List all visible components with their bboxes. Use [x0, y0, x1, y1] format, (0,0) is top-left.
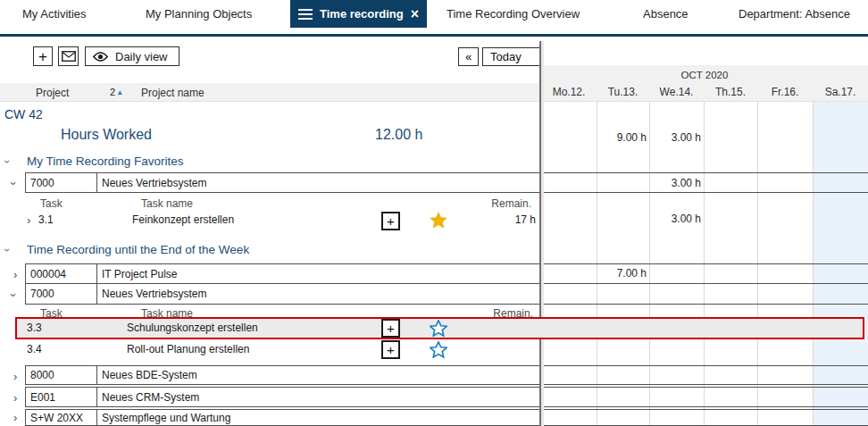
project-id: 7000 [26, 173, 97, 192]
tab-bar-underline [0, 34, 868, 37]
chevron-right-icon[interactable]: › [13, 412, 17, 423]
project-name: Systempflege und Wartung [97, 410, 540, 425]
project-name: Neues Vertriebsystem [97, 173, 540, 192]
sort-order-number: 2 [110, 87, 115, 97]
favorite-star-outline-icon[interactable] [430, 341, 447, 358]
chevron-down-icon[interactable]: › [2, 248, 13, 252]
mail-icon [62, 51, 76, 62]
tab-time-recording[interactable]: Time recording × [290, 0, 427, 28]
add-time-entry-button[interactable]: + [381, 319, 400, 338]
project-row-000004[interactable]: 000004 IT Project Pulse [25, 263, 541, 284]
day-header-sa: Sa.17. [813, 86, 868, 98]
grid-row-favorites-7000 [541, 172, 868, 193]
task-id[interactable]: 3.4 [27, 343, 42, 355]
menu-icon[interactable] [298, 9, 313, 20]
task-remaining-hours: 17 h [482, 213, 536, 226]
chevron-right-icon[interactable]: › [27, 214, 30, 226]
task-name[interactable]: Roll-out Planung erstellen [127, 343, 249, 355]
project-name: Neues Vertriebsystem [97, 284, 540, 304]
chevron-right-icon[interactable]: › [13, 392, 17, 404]
add-time-entry-button[interactable]: + [381, 340, 400, 359]
tab-time-recording-overview[interactable]: Time Recording Overview [447, 7, 580, 21]
sort-indicator[interactable]: 2 ▲ [110, 87, 123, 97]
project-row-sw20xx[interactable]: S+W 20XX Systempflege und Wartung [25, 409, 541, 426]
project-id: E001 [26, 388, 97, 406]
column-header-project: Project [36, 87, 69, 99]
panel-splitter-shadow [541, 41, 544, 426]
project-id: S+W 20XX [26, 410, 97, 425]
project-name: Neues BDE-System [97, 366, 540, 384]
tab-my-planning-objects[interactable]: My Planning Objects [146, 7, 252, 21]
project-hours-tu[interactable]: 7.00 h [596, 267, 647, 280]
column-header-project-name: Project name [141, 87, 204, 99]
day-header-mo: Mo.12. [541, 86, 597, 98]
grid-row-000004 [541, 263, 868, 284]
remaining-column-header: Remain. [447, 197, 531, 210]
favorite-star-filled-icon[interactable] [430, 212, 447, 229]
task-name[interactable]: Feinkonzept erstellen [132, 213, 234, 226]
grid-row-sw20xx [541, 409, 868, 426]
task-id[interactable]: 3.1 [38, 213, 54, 226]
today-button[interactable]: Today [482, 47, 541, 66]
day-header-th: Th.15. [704, 86, 757, 98]
grid-row-7000 [541, 283, 868, 305]
project-row-8000[interactable]: 8000 Neues BDE-System [25, 365, 541, 385]
project-name: IT Project Pulse [97, 264, 540, 283]
day-header-we: We.14. [649, 86, 704, 98]
add-time-entry-button[interactable]: + [381, 212, 400, 230]
project-row-favorites-7000[interactable]: 7000 Neues Vertriebsystem [25, 172, 541, 193]
grid-row-e001 [541, 387, 868, 407]
sort-ascending-icon: ▲ [116, 88, 123, 96]
hours-worked-total: 12.00 h [375, 127, 422, 143]
favorite-star-outline-icon[interactable] [430, 320, 447, 337]
previous-period-button[interactable]: « [458, 47, 479, 66]
tab-my-activities[interactable]: My Activities [22, 7, 87, 21]
project-row-7000[interactable]: 7000 Neues Vertriebsystem [25, 283, 541, 305]
close-icon[interactable]: × [405, 7, 419, 21]
project-id: 000004 [26, 264, 97, 283]
mail-button[interactable] [58, 46, 79, 66]
hours-worked-we: 3.00 h [650, 131, 701, 144]
tab-absence[interactable]: Absence [643, 7, 689, 21]
project-name: Neues CRM-System [97, 388, 540, 406]
day-header-tu: Tu.13. [597, 86, 649, 98]
task-name[interactable]: Schulungskonzept erstellen [127, 322, 258, 334]
section-title-favorites: My Time Recording Favorites [27, 155, 184, 168]
chevron-right-icon[interactable]: › [13, 269, 17, 280]
project-columns-header [0, 83, 540, 102]
chevron-down-icon[interactable]: › [8, 293, 20, 297]
chevron-right-icon[interactable]: › [13, 371, 17, 382]
calendar-week-label: CW 42 [4, 107, 43, 121]
hours-worked-tu: 9.00 h [596, 131, 647, 144]
tab-label: Time recording [320, 7, 404, 21]
chevron-down-icon[interactable]: › [2, 160, 13, 163]
day-header-fr: Fr.16. [757, 86, 813, 98]
time-recording-app: My Activities My Planning Objects Time r… [0, 0, 868, 426]
task-hours-we[interactable]: 3.00 h [650, 213, 701, 225]
tab-department-absence[interactable]: Department: Absence [739, 7, 850, 21]
task-name-column-header: Task name [141, 197, 193, 210]
project-id: 7000 [26, 284, 97, 304]
section-title-week: Time Recording until the End of the Week [27, 243, 249, 256]
day-headers: Mo.12. Tu.13. We.14. Th.15. Fr.16. Sa.17… [541, 86, 868, 98]
chevron-down-icon[interactable]: › [8, 181, 20, 185]
project-row-e001[interactable]: E001 Neues CRM-System [25, 387, 541, 407]
daily-view-label: Daily view [115, 50, 168, 63]
hours-worked-label: Hours Worked [61, 127, 152, 143]
eye-icon [93, 52, 108, 62]
task-id[interactable]: 3.3 [27, 322, 42, 334]
month-label: OCT 2020 [541, 70, 868, 80]
project-hours-we[interactable]: 3.00 h [650, 177, 701, 189]
grid-row-8000 [541, 365, 868, 385]
task-column-header: Task [40, 197, 63, 210]
add-button[interactable]: + [33, 46, 53, 66]
daily-view-button[interactable]: Daily view [85, 46, 179, 66]
calendar-header: OCT 2020 Mo.12. Tu.13. We.14. Th.15. Fr.… [541, 65, 868, 102]
project-id: 8000 [26, 366, 97, 384]
